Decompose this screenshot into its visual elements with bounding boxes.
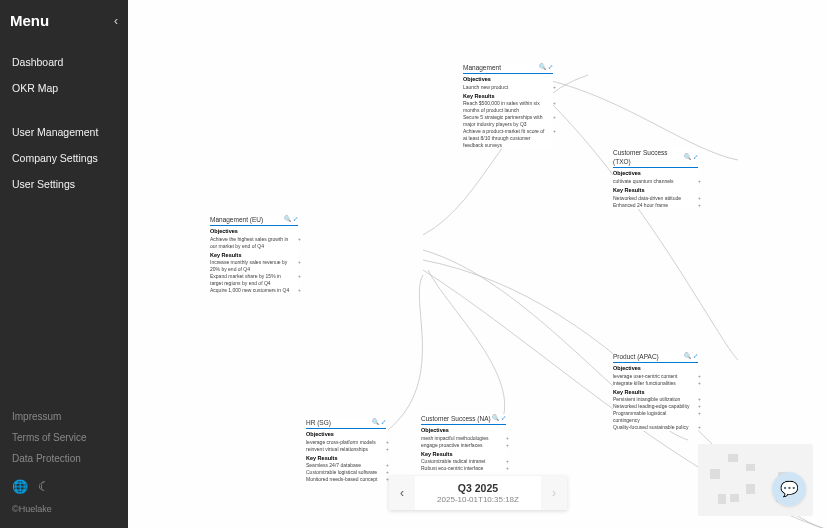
period-next-button[interactable]: › <box>541 476 567 510</box>
node-customer-success-txo[interactable]: Customer Success (TXO)🔍⤢ Objectives cult… <box>613 148 698 209</box>
expand-icon[interactable]: ⤢ <box>501 414 506 422</box>
collapse-sidebar-icon[interactable]: ‹ <box>114 14 118 28</box>
moon-icon[interactable]: ☾ <box>38 479 50 494</box>
sidebar: Menu ‹ Dashboard OKR Map User Management… <box>0 0 128 528</box>
period-date: 2025-10-01T10:35:18Z <box>437 495 519 504</box>
footer-link-impressum[interactable]: Impressum <box>10 406 118 427</box>
search-icon[interactable]: 🔍 <box>372 418 379 426</box>
sidebar-item-user-settings[interactable]: User Settings <box>10 171 118 197</box>
globe-icon[interactable]: 🌐 <box>12 479 28 494</box>
search-icon[interactable]: 🔍 <box>492 414 499 422</box>
expand-icon[interactable]: ⤢ <box>693 153 698 161</box>
expand-icon[interactable]: ⤢ <box>693 352 698 360</box>
copyright: ©Huelake <box>10 502 118 516</box>
search-icon[interactable]: 🔍 <box>284 215 291 223</box>
mindmap-canvas[interactable]: Management🔍⤢ Objectives Launch new produ… <box>128 0 828 528</box>
sidebar-item-dashboard[interactable]: Dashboard <box>10 49 118 75</box>
sidebar-item-user-management[interactable]: User Management <box>10 119 118 145</box>
node-customer-success-na[interactable]: Customer Success (NA)🔍⤢ Objectives mesh … <box>421 414 506 472</box>
chat-fab-button[interactable]: 💬 <box>772 472 806 506</box>
node-product-apac[interactable]: Product (APAC)🔍⤢ Objectives leverage use… <box>613 352 698 431</box>
expand-icon[interactable]: ⤢ <box>381 418 386 426</box>
sidebar-item-okr-map[interactable]: OKR Map <box>10 75 118 101</box>
node-management[interactable]: Management🔍⤢ Objectives Launch new produ… <box>463 63 553 149</box>
expand-icon[interactable]: ⤢ <box>548 63 553 71</box>
node-management-eu[interactable]: Management (EU)🔍⤢ Objectives Achieve the… <box>210 215 298 294</box>
search-icon[interactable]: 🔍 <box>539 63 546 71</box>
period-title: Q3 2025 <box>437 482 519 494</box>
period-navigator: ‹ Q3 2025 2025-10-01T10:35:18Z › <box>389 476 567 510</box>
search-icon[interactable]: 🔍 <box>684 352 691 360</box>
menu-title: Menu <box>10 12 49 29</box>
footer-link-tos[interactable]: Terms of Service <box>10 427 118 448</box>
expand-icon[interactable]: ⤢ <box>293 215 298 223</box>
node-hr-sg[interactable]: HR (SG)🔍⤢ Objectives leverage cross-plat… <box>306 418 386 483</box>
search-icon[interactable]: 🔍 <box>684 153 691 161</box>
sidebar-item-company-settings[interactable]: Company Settings <box>10 145 118 171</box>
period-prev-button[interactable]: ‹ <box>389 476 415 510</box>
footer-link-data-protection[interactable]: Data Protection <box>10 448 118 469</box>
